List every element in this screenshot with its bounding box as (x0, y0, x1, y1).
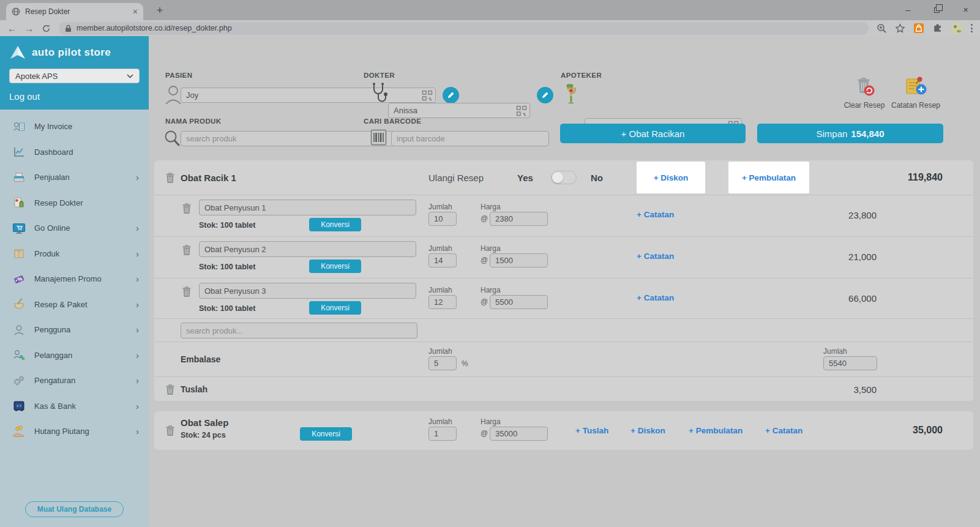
safe-icon (12, 399, 26, 413)
sidebar-item-penjualan[interactable]: Penjualan › (0, 165, 149, 190)
trash-icon[interactable] (165, 425, 175, 436)
at-sign: @ (481, 429, 488, 438)
racik-add-search-row (154, 318, 973, 342)
embalase-amount-input[interactable] (823, 356, 877, 370)
catatan-link[interactable]: + Catatan (637, 293, 674, 302)
sidebar-item-go-online[interactable]: Go Online › (0, 215, 149, 241)
konversi-button[interactable]: Konversi (309, 218, 361, 231)
address-bar[interactable]: member.autopilotstore.co.id/resep_dokter… (59, 22, 869, 35)
reload-icon[interactable] (42, 24, 51, 33)
sidebar-item-produk[interactable]: Produk › (0, 241, 149, 267)
salep-catatan-link[interactable]: + Catatan (765, 426, 802, 435)
jumlah-input[interactable] (428, 295, 457, 309)
simpan-button[interactable]: Simpan 154,840 (757, 124, 943, 143)
browser-chrome: Resep Dokter × + – × ← → member.autopilo… (0, 0, 980, 36)
search-icon (163, 130, 181, 147)
sidebar-item-my-invoice[interactable]: My Invoice (0, 114, 149, 140)
racik-diskon-link[interactable]: + Diskon (654, 173, 689, 182)
monitor-cart-icon (12, 222, 26, 235)
profile-avatar[interactable] (951, 23, 963, 34)
dokter-edit-button[interactable] (537, 87, 553, 103)
sidebar-item-manajemen-promo[interactable]: Manajemen Promo › (0, 266, 149, 292)
racik-item-name-input[interactable] (199, 241, 416, 257)
ulangi-resep-label: Ulangi Resep (428, 173, 484, 183)
stethoscope-icon (370, 83, 387, 105)
sidebar-header: auto pilot store Apotek APS Log out (0, 36, 149, 110)
salep-tuslah-link[interactable]: + Tuslah (575, 426, 608, 435)
racik-item-name-input[interactable] (199, 283, 416, 299)
reload-database-button[interactable]: Muat Ulang Database (25, 501, 124, 517)
sidebar-item-pelanggan[interactable]: Pelanggan › (0, 343, 149, 368)
trash-icon[interactable] (182, 286, 192, 297)
ulangi-resep-toggle[interactable] (551, 171, 577, 184)
tab-close-icon[interactable]: × (133, 7, 138, 16)
restore-icon (934, 7, 940, 13)
bookmark-star-icon[interactable] (895, 23, 905, 34)
harga-input[interactable] (490, 253, 548, 267)
clear-resep-button[interactable]: Clear Resep (837, 75, 891, 110)
obat-racikan-button[interactable]: + Obat Racikan (560, 124, 746, 143)
konversi-button[interactable]: Konversi (300, 427, 352, 441)
catatan-resep-button[interactable]: Catatan Resep (886, 75, 945, 110)
sidebar-item-kas-bank[interactable]: Kas & Bank › (0, 394, 149, 419)
close-button[interactable]: × (951, 0, 980, 20)
scan-qr-icon[interactable] (516, 105, 527, 116)
minimize-button[interactable]: – (894, 0, 922, 20)
jumlah-input[interactable] (428, 427, 457, 441)
globe-favicon-icon (12, 7, 20, 16)
customer-icon (12, 348, 26, 362)
store-select[interactable]: Apotek APS (9, 69, 140, 83)
harga-input[interactable] (490, 427, 548, 441)
sidebar-item-pengaturan[interactable]: Pengaturan › (0, 368, 149, 394)
chevron-right-icon: › (136, 375, 139, 386)
sidebar-item-dashboard[interactable]: Dashboard (0, 140, 149, 165)
browser-tab[interactable]: Resep Dokter × (6, 3, 143, 20)
pasien-input[interactable] (181, 88, 436, 103)
scan-qr-icon[interactable] (422, 90, 433, 101)
catatan-link[interactable]: + Catatan (637, 210, 674, 219)
zoom-icon[interactable] (877, 23, 887, 34)
harga-input[interactable] (490, 212, 548, 226)
chevron-down-icon (127, 74, 133, 78)
salep-pembulatan-link[interactable]: + Pembulatan (689, 426, 742, 435)
racik-pembulatan-link[interactable]: + Pembulatan (742, 173, 796, 182)
konversi-button[interactable]: Konversi (309, 260, 361, 273)
pharmacist-icon (563, 83, 581, 105)
jumlah-input[interactable] (428, 253, 457, 267)
barcode-input[interactable] (391, 131, 549, 146)
trash-icon[interactable] (165, 172, 175, 184)
jumlah-label: Jumlah (428, 286, 452, 294)
sidebar-item-label: Kas & Bank (34, 402, 76, 411)
embalase-percent-input[interactable] (428, 356, 457, 370)
extension-orange-icon[interactable] (913, 23, 924, 34)
racik-add-search-input[interactable] (181, 323, 417, 338)
trash-icon[interactable] (182, 203, 192, 214)
new-tab-button[interactable]: + (152, 2, 168, 18)
main-content: PASIEN DOKTER APOTEKER Clear Resep (149, 36, 980, 527)
menu-dots-icon[interactable] (971, 24, 973, 32)
trash-icon[interactable] (165, 384, 175, 395)
catatan-resep-icon (904, 75, 927, 97)
jumlah-label: Jumlah (428, 417, 452, 426)
tuslah-row: Tuslah 3,500 (154, 376, 973, 401)
konversi-button[interactable]: Konversi (309, 301, 361, 315)
item-subtotal: 66,000 (848, 293, 877, 304)
sidebar-item-resep-dokter[interactable]: Resep Dokter (0, 190, 149, 216)
harga-input[interactable] (490, 295, 548, 309)
sidebar-item-pengguna[interactable]: Pengguna › (0, 317, 149, 343)
pasien-edit-button[interactable] (443, 87, 459, 103)
extensions-puzzle-icon[interactable] (932, 23, 943, 34)
jumlah-input[interactable] (428, 212, 457, 226)
racik-item-name-input[interactable] (199, 200, 416, 215)
logout-link[interactable]: Log out (9, 91, 140, 102)
catatan-link[interactable]: + Catatan (637, 252, 674, 261)
cari-barcode-label: CARI BARCODE (364, 118, 421, 125)
forward-icon[interactable]: → (24, 24, 34, 33)
salep-diskon-link[interactable]: + Diskon (630, 426, 665, 435)
trash-icon[interactable] (182, 244, 192, 256)
sidebar-item-hutang-piutang[interactable]: Hutang Piutang › (0, 419, 149, 444)
back-icon[interactable]: ← (7, 24, 17, 33)
restore-button[interactable] (922, 0, 951, 20)
dokter-input[interactable] (388, 103, 530, 118)
sidebar-item-resep-paket[interactable]: Resep & Paket › (0, 292, 149, 318)
